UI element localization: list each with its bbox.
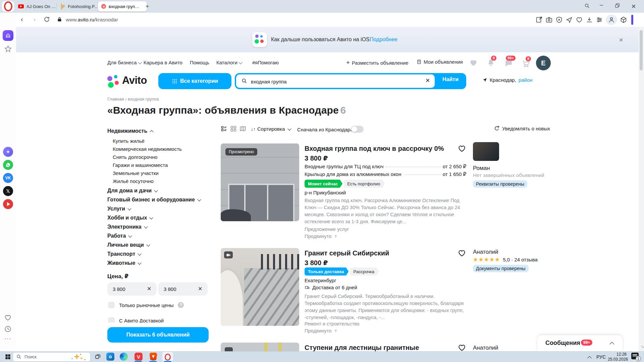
show-results-button[interactable]: Показать 6 объявлений	[107, 327, 209, 343]
window-minimize-button[interactable]: –	[600, 1, 603, 8]
header-messages-icon[interactable]: 99+	[504, 59, 513, 69]
player-icon[interactable]	[3, 199, 13, 209]
bookmarks-star-icon[interactable]	[4, 45, 12, 54]
opera-menu-button[interactable]	[2, 1, 14, 12]
category-animals[interactable]: Животные	[107, 260, 141, 266]
nav-catalogs[interactable]: Каталоги	[216, 60, 242, 65]
snapshot-camera-icon[interactable]	[545, 16, 553, 25]
window-close-button[interactable]: ✕	[631, 3, 636, 10]
tray-clock[interactable]: 12:26 25.03.2026	[608, 352, 627, 362]
subcategory-item[interactable]: Земельные участки	[113, 170, 159, 176]
subcategory-item[interactable]: Купить жильё	[113, 138, 145, 144]
nav-career[interactable]: Карьера в Авито	[144, 60, 182, 65]
banner-link[interactable]: Подробнее	[370, 37, 397, 43]
category-transport[interactable]: Транспорт	[107, 251, 141, 257]
workspace-home-icon[interactable]	[3, 30, 13, 41]
nav-for-business[interactable]: Для бизнеса	[107, 60, 141, 65]
sort-dropdown[interactable]: ↓↑ Сортировка	[251, 126, 291, 132]
forward-button[interactable]: ›	[34, 15, 36, 23]
header-favorites-icon[interactable]	[469, 58, 478, 69]
nav-ihelp[interactable]: #яПомогаю	[252, 60, 279, 65]
checkbox[interactable]	[108, 302, 115, 308]
history-clock-icon[interactable]	[4, 325, 12, 334]
category-business[interactable]: Готовый бизнес и оборудование	[107, 197, 201, 203]
notification-center-icon[interactable]: 1	[631, 353, 639, 359]
price-min-clear-icon[interactable]: ✕	[147, 286, 151, 292]
search-clear-icon[interactable]: ✕	[425, 77, 430, 84]
bookmark-edit-icon[interactable]	[535, 16, 543, 25]
listing-title[interactable]: Гранит серый Сибирский	[305, 249, 389, 257]
all-categories-button[interactable]: Все категории	[158, 73, 231, 89]
subcategory-item[interactable]: Жильё посуточно	[113, 178, 154, 184]
address-bar[interactable]: www.avito.ru/krasnodar	[66, 17, 118, 22]
price-max-clear-icon[interactable]: ✕	[198, 286, 202, 292]
banner-close-icon[interactable]: ✕	[619, 37, 623, 43]
task-view-button[interactable]	[93, 352, 102, 361]
vk-icon[interactable]: VK	[3, 173, 13, 183]
seller-name[interactable]: Анатолий	[473, 249, 498, 255]
local-first-toggle[interactable]	[351, 126, 364, 133]
view-grid-icon[interactable]	[230, 125, 237, 133]
my-ads-button[interactable]: Мои объявления	[417, 59, 463, 65]
adblock-shield-icon[interactable]	[555, 16, 563, 25]
listing-favorite-icon[interactable]	[458, 249, 466, 259]
aria-icon[interactable]	[3, 147, 13, 157]
header-cart-icon[interactable]: 8	[521, 59, 530, 69]
avito-logo-icon[interactable]	[107, 75, 121, 88]
search-input[interactable]	[250, 76, 399, 86]
scrollbar-down-arrow[interactable]	[641, 344, 644, 348]
outlook-icon[interactable]: o	[106, 352, 115, 361]
subcategory-item[interactable]: Коммерческая недвижимость	[113, 146, 182, 152]
page-scrollbar[interactable]	[639, 27, 644, 351]
taskbar-search-box[interactable]: Поиск	[13, 352, 91, 362]
avito-wordmark[interactable]: Avito	[122, 74, 147, 86]
new-tab-button[interactable]: +	[144, 3, 151, 10]
sidebar-setup-box-icon[interactable]	[620, 16, 627, 25]
tray-chevron-icon[interactable]	[586, 354, 591, 360]
rail-heart-icon[interactable]	[4, 314, 12, 323]
whatsapp-icon[interactable]	[3, 160, 13, 170]
tray-language[interactable]: РУС	[596, 354, 606, 360]
view-list-icon[interactable]	[221, 125, 227, 133]
category-real-estate[interactable]: Недвижимость	[107, 128, 153, 134]
sidebar-more-icon[interactable]: ···	[4, 335, 11, 342]
window-search-icon[interactable]	[584, 3, 590, 10]
vivaldi-icon[interactable]: V	[134, 352, 143, 361]
category-work[interactable]: Работа	[107, 233, 131, 239]
listing-image[interactable]: Просмотрено	[221, 143, 299, 221]
brave-icon[interactable]	[149, 352, 158, 361]
favorites-heart-icon[interactable]	[576, 16, 583, 25]
scrollbar-thumb[interactable]	[640, 30, 643, 70]
listing-image[interactable]	[221, 248, 299, 326]
seller-name[interactable]: Анатолий	[473, 345, 498, 351]
extensions-tune-icon[interactable]	[596, 16, 603, 25]
category-personal[interactable]: Личные вещи	[107, 242, 150, 248]
category-home-dacha[interactable]: Для дома и дачи	[107, 188, 157, 194]
edge-icon[interactable]	[119, 352, 128, 361]
subcategory-item[interactable]: Снять долгосрочно	[113, 154, 157, 160]
back-button[interactable]: ‹	[21, 15, 23, 23]
seller-name[interactable]: Роман	[473, 165, 490, 172]
notify-new-button[interactable]: Уведомлять о новых	[494, 125, 550, 131]
market-price-checkbox-row[interactable]: Только рыночные цены ?	[108, 302, 184, 308]
downloads-icon[interactable]	[586, 16, 593, 25]
nav-help[interactable]: Помощь	[190, 60, 209, 65]
location-selector[interactable]: Краснодар, район	[482, 77, 533, 83]
category-electronics[interactable]: Электроника	[107, 224, 147, 230]
window-restore-button[interactable]	[615, 3, 620, 9]
search-submit-button[interactable]: Найти	[436, 76, 465, 82]
panel-indicator[interactable]	[631, 15, 633, 25]
flow-send-icon[interactable]	[566, 16, 573, 25]
help-icon[interactable]: ?	[178, 302, 184, 308]
tab-youtube[interactable]: AJ Goes On Patrol Or AJ S	[15, 1, 62, 11]
tab-fotohosting[interactable]: F Fotohosting.Pro - Фотохо	[58, 1, 104, 11]
lock-icon[interactable]	[57, 17, 62, 23]
category-services[interactable]: Услуги	[107, 206, 131, 212]
x-icon[interactable]: 𝕏	[3, 186, 13, 196]
profile-button[interactable]	[606, 15, 617, 25]
subcategory-item[interactable]: Гаражи и машиноместа	[113, 162, 168, 168]
listing-title[interactable]: Входная группа под ключ в рассрочку 0%	[305, 145, 444, 153]
seller-photo[interactable]	[473, 142, 499, 161]
opera-taskbar-active-bg[interactable]	[162, 352, 173, 361]
listing-image[interactable]	[221, 343, 299, 351]
